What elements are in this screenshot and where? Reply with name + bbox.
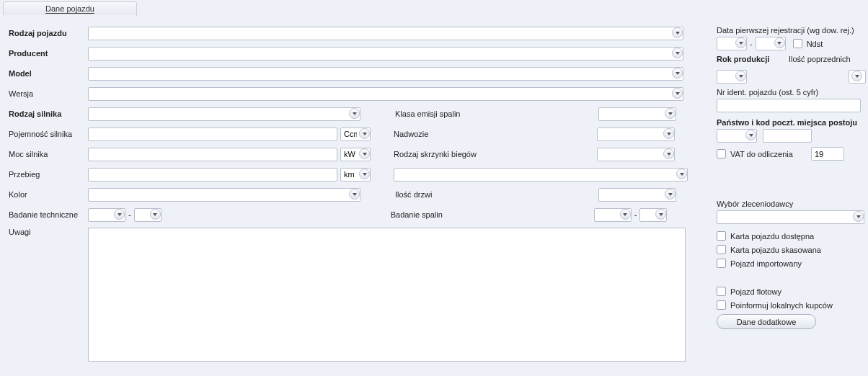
displacement-input[interactable] <box>88 127 337 141</box>
chevron-down-icon[interactable] <box>359 148 370 159</box>
chevron-down-icon[interactable] <box>672 27 683 38</box>
vin-input[interactable] <box>717 99 861 112</box>
mileage-input[interactable] <box>88 168 337 182</box>
power-input[interactable] <box>88 148 337 161</box>
chevron-down-icon[interactable] <box>665 189 676 200</box>
separator: - <box>128 210 131 219</box>
inform-buyers-checkbox[interactable] <box>717 300 726 310</box>
label-engine-type: Rodzaj silnika <box>9 109 88 118</box>
chevron-down-icon[interactable] <box>359 128 370 139</box>
tab-vehicle-data[interactable]: Dane pojazdu <box>3 1 137 16</box>
chevron-down-icon[interactable] <box>672 68 683 79</box>
chevron-down-icon[interactable] <box>676 169 687 179</box>
vehicle-type-combo[interactable] <box>88 27 683 40</box>
chevron-down-icon[interactable] <box>672 48 683 58</box>
chevron-down-icon[interactable] <box>853 211 864 222</box>
label-imported: Pojazd importowany <box>730 259 802 268</box>
label-ndst: Ndst <box>807 40 823 48</box>
label-emission-class: Klasa emisji spalin <box>382 109 598 118</box>
manufacturer-combo[interactable] <box>88 47 683 61</box>
vat-checkbox[interactable] <box>717 149 726 158</box>
label-vehicle-type: Rodzaj pojazdu <box>9 29 88 37</box>
chevron-down-icon[interactable] <box>150 209 161 220</box>
label-power: Moc silnika <box>9 150 88 158</box>
label-displacement: Pojemność silnika <box>9 130 88 138</box>
label-fleet: Pojazd flotowy <box>730 287 781 296</box>
extra-data-button[interactable]: Dane dodatkowe <box>717 314 816 329</box>
model-combo[interactable] <box>88 67 683 81</box>
tab-label: Dane pojazdu <box>45 4 94 14</box>
chevron-down-icon[interactable] <box>665 108 676 119</box>
chevron-down-icon[interactable] <box>663 148 674 159</box>
chevron-down-icon[interactable] <box>672 88 683 99</box>
chevron-down-icon[interactable] <box>620 209 631 220</box>
fleet-checkbox[interactable] <box>717 287 726 296</box>
ndst-checkbox[interactable] <box>793 39 802 48</box>
card-available-checkbox[interactable] <box>717 231 726 241</box>
label-vin: Nr ident. pojazdu (ost. 5 cyfr) <box>717 88 863 97</box>
label-gearbox: Rodzaj skrzynki biegów <box>381 150 597 158</box>
notes-textarea[interactable] <box>88 228 686 362</box>
label-country-post: Państwo i kod poczt. miejsca postoju <box>717 118 863 127</box>
chevron-down-icon[interactable] <box>735 71 746 81</box>
version-combo[interactable] <box>88 87 683 101</box>
chevron-down-icon[interactable] <box>655 209 666 220</box>
chevron-down-icon[interactable] <box>349 189 360 200</box>
card-cancelled-checkbox[interactable] <box>717 245 726 254</box>
chevron-down-icon[interactable] <box>359 169 370 179</box>
label-manufacturer: Producent <box>9 49 88 58</box>
postcode-input[interactable] <box>763 129 812 143</box>
label-doors: Ilość drzwi <box>382 190 598 199</box>
label-client-sel: Wybór zleceniodawcy <box>717 200 863 208</box>
chevron-down-icon[interactable] <box>735 37 746 48</box>
chevron-down-icon[interactable] <box>349 108 360 119</box>
separator: - <box>634 210 637 219</box>
label-mileage: Przebieg <box>9 170 88 179</box>
label-prev-owners: Ilość poprzednich <box>789 55 851 63</box>
label-emission-test: Badanie spalin <box>378 210 594 219</box>
chevron-down-icon[interactable] <box>663 128 674 139</box>
label-card-available: Karta pojazdu dostępna <box>730 232 814 241</box>
label-version: Wersja <box>9 89 88 98</box>
label-notes: Uwagi <box>9 228 88 236</box>
chevron-down-icon[interactable] <box>745 130 756 140</box>
chevron-down-icon[interactable] <box>851 71 862 81</box>
vat-value-input[interactable] <box>811 147 844 161</box>
engine-type-combo[interactable] <box>88 107 360 121</box>
label-inform-buyers: Poinformuj lokalnych kupców <box>730 301 833 310</box>
label-inspection: Badanie techniczne <box>9 210 88 219</box>
imported-checkbox[interactable] <box>717 259 726 268</box>
color-combo[interactable] <box>88 188 360 202</box>
label-model: Model <box>9 69 88 78</box>
chevron-down-icon[interactable] <box>774 37 785 48</box>
client-combo[interactable] <box>717 210 864 224</box>
extra-combo[interactable] <box>394 168 688 182</box>
label-color: Kolor <box>9 190 88 199</box>
chevron-down-icon[interactable] <box>114 209 125 220</box>
label-vat: VAT do odliczenia <box>730 150 811 158</box>
label-first-reg: Data pierwszej rejestracji (wg dow. rej.… <box>717 26 863 35</box>
label-prod-year: Rok produkcji <box>717 55 789 63</box>
label-card-cancelled: Karta pojazdu skasowana <box>730 246 821 254</box>
label-body: Nadwozie <box>381 130 597 138</box>
